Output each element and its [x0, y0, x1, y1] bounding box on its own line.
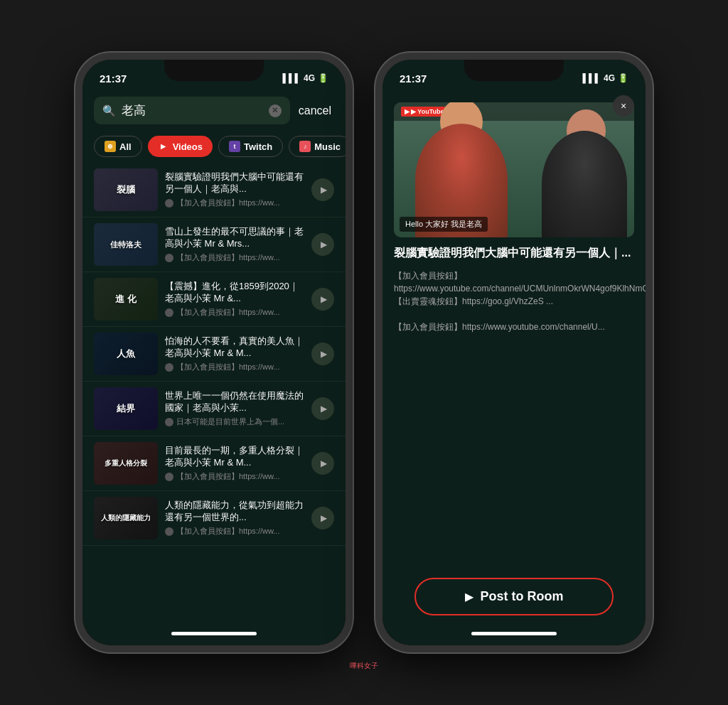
bottom-bar-right	[382, 621, 646, 645]
tab-music-label: Music	[314, 141, 341, 152]
search-query: 老高	[122, 102, 263, 119]
play-button[interactable]: ▶	[311, 397, 334, 420]
list-item[interactable]: 人魚 怕海的人不要看，真實的美人魚｜老高與小茉 Mr & M... 【加入會員按…	[82, 327, 346, 382]
play-button[interactable]: ▶	[311, 233, 334, 256]
status-icons-left: ▌▌▌ 4G 🔋	[282, 73, 328, 83]
thumb-label: 裂腦	[117, 183, 135, 196]
youtube-label: ▶ YouTube	[411, 108, 444, 115]
post-btn-label: Post to Room	[481, 589, 564, 604]
watermark: 嗶科女子	[350, 661, 378, 671]
video-subtitle: 【加入會員按鈕】https://ww...	[165, 198, 304, 208]
video-title: 【震撼】進化，從1859到2020｜老高與小茉 Mr &...	[165, 281, 304, 305]
play-icon: ▶	[321, 294, 327, 304]
video-title: 目前最長的一期，多重人格分裂｜老高與小茉 Mr & M...	[165, 445, 304, 469]
home-indicator-left	[171, 632, 257, 635]
cancel-button[interactable]: cancel	[296, 102, 334, 120]
list-item[interactable]: 多重人格分裂 目前最長的一期，多重人格分裂｜老高與小茉 Mr & M... 【加…	[82, 436, 346, 491]
videos-icon: ▶	[158, 141, 169, 152]
globe-icon	[165, 308, 173, 317]
globe-icon	[165, 254, 173, 262]
battery-left: 🔋	[318, 73, 328, 83]
globe-icon	[165, 473, 173, 481]
tab-videos[interactable]: ▶ Videos	[148, 136, 213, 157]
video-subtitle: 【加入會員按鈕】https://ww...	[165, 307, 304, 318]
detail-description-2: 【加入會員按鈕】https://www.youtube.com/channel/…	[394, 321, 634, 333]
video-preview: ▶ ▶ YouTube Hello 大家好 我是老高	[394, 102, 634, 237]
tab-all[interactable]: ⊕ All	[94, 136, 142, 157]
play-button[interactable]: ▶	[311, 288, 334, 311]
video-title: 雪山上發生的最不可思議的事｜老高與小茉 Mr & Mrs...	[165, 226, 304, 250]
video-title: 怕海的人不要看，真實的美人魚｜老高與小茉 Mr & M...	[165, 335, 304, 360]
video-title: 世界上唯一一個仍然在使用魔法的國家｜老高與小茉...	[165, 390, 304, 414]
tab-twitch[interactable]: t Twitch	[218, 136, 283, 157]
video-info: 雪山上發生的最不可思議的事｜老高與小茉 Mr & Mrs... 【加入會員按鈕】…	[165, 226, 304, 264]
tab-twitch-label: Twitch	[244, 141, 272, 152]
video-subtitle: 【加入會員按鈕】https://ww...	[165, 471, 304, 482]
video-subtitle: 日本可能是目前世界上為一個...	[165, 416, 304, 427]
play-icon: ▶	[321, 513, 327, 523]
video-list: 裂腦 裂腦實驗證明我們大腦中可能還有另一個人｜老高與... 【加入會員按鈕】ht…	[82, 163, 346, 621]
thumb-label: 佳特洛夫	[110, 240, 141, 250]
list-item[interactable]: 佳特洛夫 雪山上發生的最不可思議的事｜老高與小茉 Mr & Mrs... 【加入…	[82, 217, 346, 272]
globe-icon	[165, 418, 173, 426]
person-right	[542, 131, 627, 237]
post-btn-container: ▶ Post to Room	[382, 569, 646, 621]
search-clear-button[interactable]: ✕	[269, 104, 282, 117]
play-icon: ▶	[321, 458, 327, 468]
tab-videos-label: Videos	[173, 141, 203, 152]
thumb-label: 進 化	[115, 293, 136, 306]
list-item[interactable]: 裂腦 裂腦實驗證明我們大腦中可能還有另一個人｜老高與... 【加入會員按鈕】ht…	[82, 163, 346, 217]
video-subtitle: 【加入會員按鈕】https://ww...	[165, 526, 304, 537]
play-button[interactable]: ▶	[311, 178, 334, 201]
video-subtitle: 【加入會員按鈕】https://ww...	[165, 362, 304, 372]
list-item[interactable]: 進 化 【震撼】進化，從1859到2020｜老高與小茉 Mr &... 【加入會…	[82, 272, 346, 327]
tab-all-label: All	[119, 141, 132, 152]
play-button[interactable]: ▶	[311, 343, 334, 365]
right-phone: 21:37 ▌▌▌ 4G 🔋 ×	[375, 53, 653, 652]
bottom-bar-left	[82, 621, 346, 645]
home-indicator-right	[471, 632, 557, 635]
post-to-room-button[interactable]: ▶ Post to Room	[414, 578, 614, 615]
signal-bars-left: ▌▌▌	[282, 73, 301, 83]
video-info: 世界上唯一一個仍然在使用魔法的國家｜老高與小茉... 日本可能是目前世界上為一個…	[165, 390, 304, 428]
play-icon: ▶	[321, 404, 327, 414]
video-info: 目前最長的一期，多重人格分裂｜老高與小茉 Mr & M... 【加入會員按鈕】h…	[165, 445, 304, 483]
filter-tabs: ⊕ All ▶ Videos t Twitch ♪ Music	[82, 130, 346, 163]
close-button[interactable]: ×	[613, 95, 634, 117]
preview-image: ▶ ▶ YouTube Hello 大家好 我是老高	[394, 102, 634, 237]
video-info: 裂腦實驗證明我們大腦中可能還有另一個人｜老高與... 【加入會員按鈕】https…	[165, 171, 304, 209]
video-info: 人類的隱藏能力，從氣功到超能力還有另一個世界的... 【加入會員按鈕】https…	[165, 500, 304, 537]
list-item[interactable]: 結界 世界上唯一一個仍然在使用魔法的國家｜老高與小茉... 日本可能是目前世界上…	[82, 382, 346, 436]
globe-icon	[165, 363, 173, 372]
status-icons-right: ▌▌▌ 4G 🔋	[582, 73, 628, 83]
time-left: 21:37	[100, 72, 127, 85]
video-title: 裂腦實驗證明我們大腦中可能還有另一個人｜老高與...	[165, 171, 304, 195]
tab-music[interactable]: ♪ Music	[289, 136, 346, 157]
play-button[interactable]: ▶	[311, 452, 334, 475]
all-icon: ⊕	[105, 141, 116, 152]
phones-container: 21:37 ▌▌▌ 4G 🔋 🔍 老高 ✕ cancel ⊕	[75, 53, 653, 652]
network-left: 4G	[304, 73, 315, 83]
left-phone: 21:37 ▌▌▌ 4G 🔋 🔍 老高 ✕ cancel ⊕	[75, 53, 353, 652]
time-right: 21:37	[400, 72, 427, 85]
video-thumb: 人魚	[94, 333, 158, 375]
thumb-label: 人魚	[117, 348, 135, 360]
list-item[interactable]: 人類的隱藏能力 人類的隱藏能力，從氣功到超能力還有另一個世界的... 【加入會員…	[82, 491, 346, 546]
notch-right	[464, 60, 564, 81]
globe-icon	[165, 199, 173, 208]
play-icon: ▶	[321, 240, 327, 249]
video-thumb: 進 化	[94, 278, 158, 321]
detail-title: 裂腦實驗證明我們大腦中可能還有另一個人｜...	[394, 246, 634, 261]
video-info: 【震撼】進化，從1859到2020｜老高與小茉 Mr &... 【加入會員按鈕】…	[165, 281, 304, 318]
signal-bars-right: ▌▌▌	[582, 73, 601, 83]
twitch-icon: t	[229, 141, 240, 152]
play-button[interactable]: ▶	[311, 507, 334, 529]
video-thumb: 佳特洛夫	[94, 223, 158, 266]
battery-right: 🔋	[618, 73, 628, 83]
detail-description: 【加入會員按鈕】https://www.youtube.com/channel/…	[394, 269, 634, 308]
video-subtitle: 【加入會員按鈕】https://ww...	[165, 252, 304, 263]
thumb-label: 結界	[117, 402, 135, 415]
post-btn-icon: ▶	[465, 590, 473, 603]
search-input-wrap[interactable]: 🔍 老高 ✕	[94, 97, 290, 124]
play-icon: ▶	[321, 349, 327, 359]
